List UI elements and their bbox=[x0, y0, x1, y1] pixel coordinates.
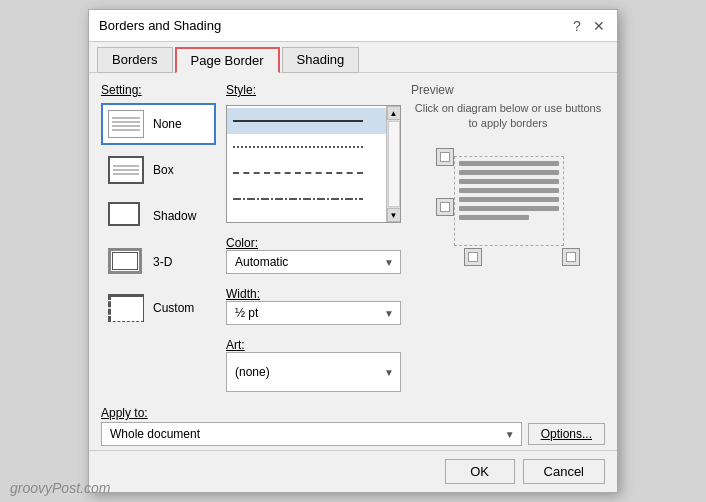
setting-3d-label: 3-D bbox=[153, 255, 172, 269]
scroll-track bbox=[388, 121, 400, 207]
color-label: Color: bbox=[226, 236, 258, 250]
bottom-bar: OK Cancel bbox=[89, 450, 617, 492]
art-select[interactable]: (none) ▼ bbox=[226, 352, 401, 392]
main-content: Setting: None bbox=[89, 73, 617, 402]
style-solid[interactable] bbox=[227, 108, 400, 134]
scroll-down-arrow[interactable]: ▼ bbox=[387, 208, 401, 222]
art-dropdown-arrow: ▼ bbox=[384, 367, 394, 378]
style-scrollbar[interactable]: ▲ ▼ bbox=[386, 106, 400, 222]
color-value: Automatic bbox=[235, 255, 288, 269]
preview-top-left-btn[interactable] bbox=[436, 148, 454, 166]
preview-bot-left-btn[interactable] bbox=[464, 248, 482, 266]
style-dashed[interactable] bbox=[227, 160, 400, 186]
style-dotted[interactable] bbox=[227, 134, 400, 160]
none-icon bbox=[107, 108, 145, 140]
setting-label: Setting: bbox=[101, 83, 216, 97]
title-bar: Borders and Shading ? ✕ bbox=[89, 10, 617, 42]
apply-select-row: Whole document ▼ Options... bbox=[101, 422, 605, 446]
box-icon bbox=[107, 154, 145, 186]
cancel-button[interactable]: Cancel bbox=[523, 459, 605, 484]
preview-area[interactable] bbox=[411, 140, 605, 392]
style-listbox[interactable]: ▲ ▼ bbox=[226, 105, 401, 223]
width-select[interactable]: ½ pt ▼ bbox=[226, 301, 401, 325]
setting-none[interactable]: None bbox=[101, 103, 216, 145]
setting-custom-label: Custom bbox=[153, 301, 194, 315]
preview-panel: Preview Click on diagram below or use bu… bbox=[411, 83, 605, 392]
setting-shadow[interactable]: Shadow bbox=[101, 195, 216, 237]
color-dropdown-arrow: ▼ bbox=[384, 257, 394, 268]
setting-box[interactable]: Box bbox=[101, 149, 216, 191]
ok-button[interactable]: OK bbox=[445, 459, 515, 484]
scroll-up-arrow[interactable]: ▲ bbox=[387, 106, 401, 120]
art-label: Art: bbox=[226, 338, 245, 352]
tab-borders[interactable]: Borders bbox=[97, 47, 173, 73]
shadow-icon bbox=[107, 200, 145, 232]
tab-page-border[interactable]: Page Border bbox=[175, 47, 280, 73]
dialog-title: Borders and Shading bbox=[99, 18, 221, 33]
tab-shading[interactable]: Shading bbox=[282, 47, 360, 73]
setting-box-label: Box bbox=[153, 163, 174, 177]
width-value: ½ pt bbox=[235, 306, 258, 320]
borders-shading-dialog: Borders and Shading ? ✕ Borders Page Bor… bbox=[88, 9, 618, 493]
help-button[interactable]: ? bbox=[569, 18, 585, 34]
tabs-row: Borders Page Border Shading bbox=[89, 42, 617, 73]
color-select[interactable]: Automatic ▼ bbox=[226, 250, 401, 274]
apply-dropdown-arrow: ▼ bbox=[505, 429, 515, 440]
setting-shadow-label: Shadow bbox=[153, 209, 196, 223]
watermark: groovyPost.com bbox=[10, 480, 110, 496]
style-dashdot[interactable] bbox=[227, 186, 400, 212]
width-label: Width: bbox=[226, 287, 260, 301]
preview-label: Preview bbox=[411, 83, 605, 97]
3d-icon bbox=[107, 246, 145, 278]
title-bar-controls: ? ✕ bbox=[569, 18, 607, 34]
options-button[interactable]: Options... bbox=[528, 423, 605, 445]
middle-panel: Style: bbox=[226, 83, 401, 392]
custom-icon bbox=[107, 292, 145, 324]
close-button[interactable]: ✕ bbox=[591, 18, 607, 34]
width-dropdown-arrow: ▼ bbox=[384, 308, 394, 319]
art-value: (none) bbox=[235, 365, 270, 379]
setting-panel: Setting: None bbox=[101, 83, 216, 392]
setting-items: None Box bbox=[101, 103, 216, 329]
apply-row: Apply to: Whole document ▼ Options... bbox=[89, 402, 617, 450]
style-label: Style: bbox=[226, 83, 401, 97]
preview-instructions: Click on diagram below or use buttonsto … bbox=[411, 101, 605, 132]
apply-label: Apply to: bbox=[101, 406, 605, 420]
preview-mid-left-btn[interactable] bbox=[436, 198, 454, 216]
apply-value: Whole document bbox=[110, 427, 200, 441]
apply-select[interactable]: Whole document ▼ bbox=[101, 422, 522, 446]
preview-content-box bbox=[454, 156, 564, 246]
preview-bot-right-btn[interactable] bbox=[562, 248, 580, 266]
setting-3d[interactable]: 3-D bbox=[101, 241, 216, 283]
setting-none-label: None bbox=[153, 117, 182, 131]
setting-custom[interactable]: Custom bbox=[101, 287, 216, 329]
preview-diagram bbox=[428, 144, 588, 274]
